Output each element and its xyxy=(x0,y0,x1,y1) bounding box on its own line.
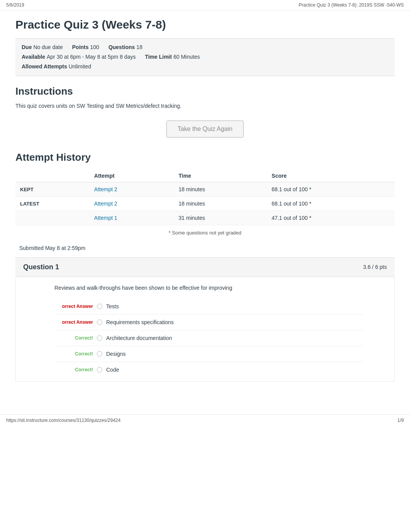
radio-circle-0 xyxy=(97,304,102,309)
attempt-history-heading: Attempt History xyxy=(15,151,395,163)
radio-circle-4 xyxy=(97,367,102,372)
attempt-row-label-1: LATEST xyxy=(15,196,90,211)
question-1-block: Question 1 3.6 / 6 pts Reviews and walk-… xyxy=(15,257,395,382)
answer-row-1: orrect AnswerRequirements specifications xyxy=(54,314,363,330)
instructions-text: This quiz covers units on SW Testing and… xyxy=(15,103,395,109)
answer-text-2: Architecture documentation xyxy=(106,335,172,341)
browser-bar: 5/8/2019 Practice Quiz 3 (Weeks 7-8): 20… xyxy=(0,0,410,10)
attempt-row-score-1: 68.1 out of 100 * xyxy=(267,196,395,211)
radio-circle-1 xyxy=(97,320,102,325)
answer-text-3: Designs xyxy=(106,351,126,357)
attempt-history-table: Attempt Time Score KEPTAttempt 218 minut… xyxy=(15,170,395,225)
question-1-points: 3.6 / 6 pts xyxy=(363,264,387,270)
take-quiz-btn-container: Take the Quiz Again xyxy=(15,121,395,138)
attempt-row-time-2: 31 minutes xyxy=(174,211,267,225)
footer-bar: https://sit.instructure.com/courses/3113… xyxy=(0,414,410,426)
browser-tab-title: Practice Quiz 3 (Weeks 7-8): 2019S SSW -… xyxy=(298,2,404,8)
answer-status-1: orrect Answer xyxy=(54,320,93,325)
available-label: Available xyxy=(22,52,45,62)
answer-status-0: orrect Answer xyxy=(54,304,93,309)
attempt-row-link-2[interactable]: Attempt 1 xyxy=(90,211,174,225)
page-content: Practice Quiz 3 (Weeks 7-8) Due No due d… xyxy=(0,10,410,406)
available-days: 8 days xyxy=(120,52,136,62)
time-limit-value: 60 Minutes xyxy=(173,52,200,62)
quiz-title: Practice Quiz 3 (Weeks 7-8) xyxy=(15,18,395,31)
answer-text-1: Requirements specifications xyxy=(106,319,174,325)
attempt-row-1: LATESTAttempt 218 minutes68.1 out of 100… xyxy=(15,196,395,211)
attempt-row-link-0[interactable]: Attempt 2 xyxy=(90,182,174,196)
attempt-footnote: * Some questions not yet graded xyxy=(15,230,395,236)
due-value: No due date xyxy=(33,42,63,52)
attempt-row-label-0: KEPT xyxy=(15,182,90,196)
points-value: 100 xyxy=(90,42,99,52)
answer-row-4: Correct!Code xyxy=(54,362,363,377)
questions-value: 18 xyxy=(136,42,142,52)
take-quiz-button[interactable]: Take the Quiz Again xyxy=(166,121,244,138)
answer-row-2: Correct!Architecture documentation xyxy=(54,330,363,346)
radio-circle-3 xyxy=(97,351,102,357)
answer-row-0: orrect AnswerTests xyxy=(54,299,363,314)
quiz-meta: Due No due date Points 100 Questions 18 … xyxy=(15,38,395,76)
attempt-row-label-2 xyxy=(15,211,90,225)
col-header-label xyxy=(15,170,90,182)
questions-label: Questions xyxy=(108,42,135,52)
question-1-title: Question 1 xyxy=(23,263,59,271)
instructions-heading: Instructions xyxy=(15,85,395,97)
browser-date: 5/8/2019 xyxy=(6,2,24,8)
footer-url: https://sit.instructure.com/courses/3113… xyxy=(6,418,120,423)
answer-status-4: Correct! xyxy=(54,367,93,372)
time-limit-label: Time Limit xyxy=(145,52,172,62)
attempt-row-2: Attempt 131 minutes47.1 out of 100 * xyxy=(15,211,395,225)
footer-page: 1/9 xyxy=(397,418,404,423)
attempt-row-time-0: 18 minutes xyxy=(174,182,267,196)
attempt-row-score-2: 47.1 out of 100 * xyxy=(267,211,395,225)
radio-circle-2 xyxy=(97,335,102,341)
col-header-score: Score xyxy=(267,170,395,182)
submitted-line: Submitted May 8 at 2:59pm xyxy=(15,245,395,251)
available-value: Apr 30 at 6pm - May 8 at 5pm xyxy=(47,52,118,62)
attempt-row-time-1: 18 minutes xyxy=(174,196,267,211)
points-label: Points xyxy=(72,42,89,52)
answer-status-2: Correct! xyxy=(54,335,93,341)
allowed-value: Unlimited xyxy=(69,62,91,71)
allowed-label: Allowed Attempts xyxy=(22,62,67,71)
attempt-row-0: KEPTAttempt 218 minutes68.1 out of 100 * xyxy=(15,182,395,196)
col-header-attempt: Attempt xyxy=(90,170,174,182)
question-1-header: Question 1 3.6 / 6 pts xyxy=(15,257,395,277)
answers-container: orrect AnswerTestsorrect AnswerRequireme… xyxy=(54,299,363,377)
due-label: Due xyxy=(22,42,32,52)
answer-text-0: Tests xyxy=(106,303,119,309)
attempt-row-score-0: 68.1 out of 100 * xyxy=(267,182,395,196)
col-header-time: Time xyxy=(174,170,267,182)
question-1-text: Reviews and walk-throughs have been show… xyxy=(54,285,363,291)
attempt-row-link-1[interactable]: Attempt 2 xyxy=(90,196,174,211)
answer-status-3: Correct! xyxy=(54,351,93,357)
answer-row-3: Correct!Designs xyxy=(54,346,363,362)
question-1-body: Reviews and walk-throughs have been show… xyxy=(15,277,395,382)
answer-text-4: Code xyxy=(106,367,119,373)
